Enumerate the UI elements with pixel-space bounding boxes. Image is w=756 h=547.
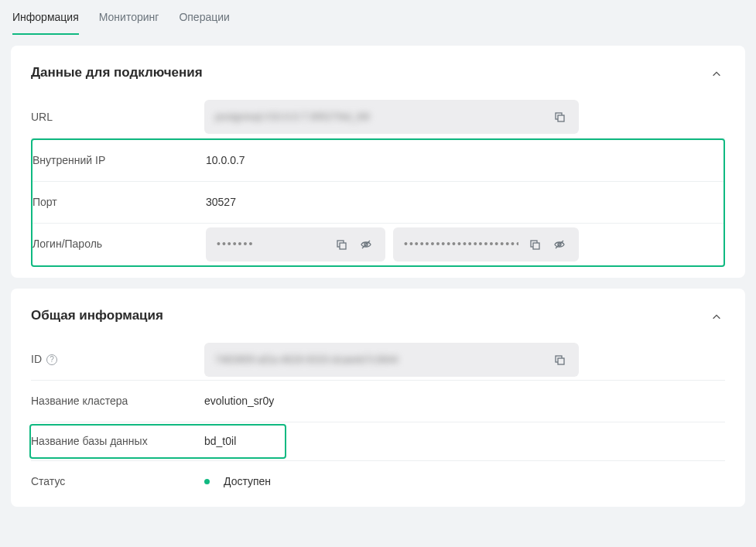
svg-rect-3 (340, 243, 346, 249)
label-port: Порт (32, 194, 206, 210)
row-status: Статус Доступен (31, 460, 725, 502)
card-connection: Данные для подключения URL postgresql://… (11, 46, 745, 278)
port-text: 30527 (206, 194, 236, 210)
login-masked: ••••••• (217, 236, 325, 252)
row-login-password: Логин/Пароль ••••••• •••••••••••••••••••… (32, 224, 724, 265)
id-blurred-text: 74639f3f-af2a-4628-9333-dcaeeb7c3844 (215, 352, 543, 368)
page-root: Информация Мониторинг Операции Данные дл… (0, 0, 756, 507)
tab-info[interactable]: Информация (12, 9, 79, 35)
copy-id-button[interactable] (551, 351, 568, 368)
id-box: 74639f3f-af2a-4628-9333-dcaeeb7c3844 (204, 343, 579, 377)
value-status: Доступен (204, 473, 725, 490)
login-box: ••••••• (206, 227, 385, 262)
toggle-login-visibility[interactable] (357, 236, 375, 253)
card-connection-title: Данные для подключения (31, 63, 725, 83)
copy-icon (529, 238, 541, 251)
copy-icon (553, 111, 566, 123)
label-status: Статус (31, 473, 204, 490)
value-db-name: bd_t0il (204, 433, 285, 450)
card-general: Общая информация ID ? 74639f3f-af2a-4628… (11, 289, 745, 508)
status-dot-icon (204, 479, 210, 484)
label-db-name: Название базы данных (31, 433, 204, 450)
password-masked: •••••••••••••••••••••••••••••••••... (404, 236, 518, 252)
toggle-password-visibility[interactable] (551, 236, 568, 253)
copy-url-button[interactable] (551, 108, 568, 125)
value-id: 74639f3f-af2a-4628-9333-dcaeeb7c3844 (204, 343, 725, 377)
row-url: URL postgresql://10.0.0.7:30527/bd_t0il (31, 97, 725, 138)
label-url: URL (31, 109, 204, 125)
card-general-title: Общая информация (31, 306, 725, 326)
svg-rect-1 (558, 115, 564, 121)
url-blurred-text: postgresql://10.0.0.7:30527/bd_t0il (215, 109, 543, 125)
row-internal-ip: Внутренний IP 10.0.0.7 (32, 140, 724, 182)
label-login-password: Логин/Пароль (32, 236, 206, 252)
password-box: •••••••••••••••••••••••••••••••••... (393, 227, 579, 262)
tabs-bar: Информация Мониторинг Операции (0, 0, 756, 35)
info-icon[interactable]: ? (46, 354, 57, 365)
tab-operations[interactable]: Операции (179, 9, 230, 35)
copy-icon (553, 354, 566, 366)
svg-rect-11 (558, 358, 564, 364)
value-url: postgresql://10.0.0.7:30527/bd_t0il (204, 100, 725, 134)
label-cluster-name: Название кластера (31, 393, 204, 409)
chevron-up-icon (711, 312, 722, 323)
label-internal-ip: Внутренний IP (32, 152, 206, 169)
eye-off-icon (360, 238, 372, 251)
highlight-db-name: Название базы данных bd_t0il (29, 424, 286, 459)
eye-off-icon (553, 238, 566, 251)
highlight-connection-fields: Внутренний IP 10.0.0.7 Порт 30527 Логин/… (31, 138, 725, 267)
copy-icon (335, 238, 347, 251)
cluster-name-text: evolution_sr0y (204, 393, 274, 409)
label-id: ID ? (31, 351, 204, 368)
copy-login-button[interactable] (333, 236, 350, 253)
label-id-text: ID (31, 351, 42, 368)
row-port: Порт 30527 (32, 182, 724, 224)
row-id: ID ? 74639f3f-af2a-4628-9333-dcaeeb7c384… (31, 339, 725, 381)
collapse-toggle-general[interactable] (708, 309, 725, 326)
value-login-password: ••••••• ••••••••••••••••••••••••••••••••… (206, 227, 724, 262)
internal-ip-text: 10.0.0.7 (206, 152, 245, 169)
row-cluster-name: Название кластера evolution_sr0y (31, 381, 725, 422)
url-box: postgresql://10.0.0.7:30527/bd_t0il (204, 100, 579, 134)
value-cluster-name: evolution_sr0y (204, 393, 725, 409)
chevron-up-icon (711, 69, 722, 80)
status-text: Доступен (224, 473, 271, 490)
copy-password-button[interactable] (526, 236, 543, 253)
value-port: 30527 (206, 194, 724, 210)
tab-monitoring[interactable]: Мониторинг (99, 9, 159, 35)
value-internal-ip: 10.0.0.7 (206, 152, 724, 169)
svg-rect-7 (533, 243, 539, 249)
db-name-text: bd_t0il (204, 433, 236, 450)
collapse-toggle-connection[interactable] (708, 66, 725, 83)
